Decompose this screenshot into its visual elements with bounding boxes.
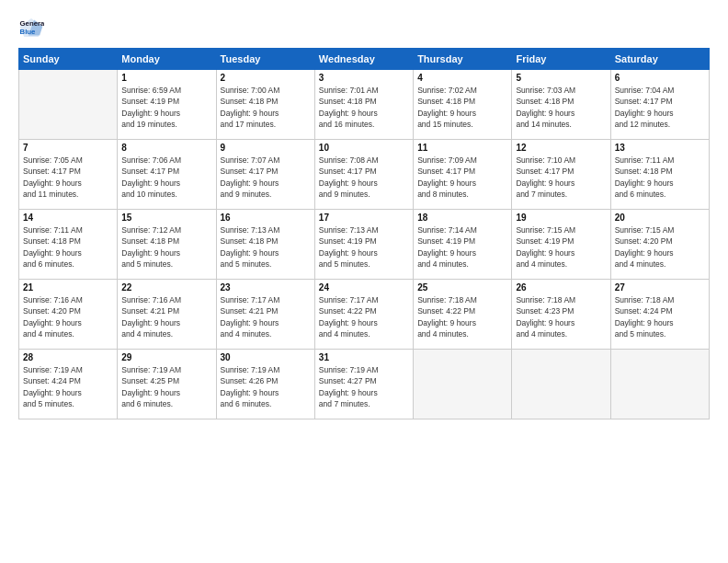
logo: General Blue bbox=[18, 17, 44, 39]
sunset-text: Sunset: 4:18 PM bbox=[417, 96, 507, 107]
day-number: 29 bbox=[121, 352, 211, 362]
day-number: 19 bbox=[516, 213, 606, 223]
sunrise-text: Sunrise: 7:02 AM bbox=[417, 85, 507, 96]
sunset-text: Sunset: 4:22 PM bbox=[417, 305, 507, 316]
cell-3-4: 17Sunrise: 7:13 AMSunset: 4:19 PMDayligh… bbox=[314, 210, 413, 280]
daylight-hours: Daylight: 9 hours bbox=[319, 317, 409, 328]
sunrise-text: Sunrise: 7:19 AM bbox=[23, 364, 113, 375]
day-number: 30 bbox=[221, 352, 311, 362]
daylight-hours: Daylight: 9 hours bbox=[121, 108, 211, 119]
day-number: 27 bbox=[615, 282, 705, 293]
day-number: 1 bbox=[121, 73, 211, 83]
cell-5-1: 28Sunrise: 7:19 AMSunset: 4:24 PMDayligh… bbox=[19, 350, 118, 419]
header: General Blue bbox=[18, 17, 710, 39]
sunset-text: Sunset: 4:19 PM bbox=[121, 96, 211, 107]
week-row-4: 21Sunrise: 7:16 AMSunset: 4:20 PMDayligh… bbox=[19, 280, 710, 350]
daylight-minutes: and 5 minutes. bbox=[221, 259, 311, 270]
daylight-hours: Daylight: 9 hours bbox=[319, 108, 409, 119]
sunrise-text: Sunrise: 7:00 AM bbox=[221, 85, 311, 96]
sunrise-text: Sunrise: 7:18 AM bbox=[516, 294, 606, 305]
cell-4-3: 23Sunrise: 7:17 AMSunset: 4:21 PMDayligh… bbox=[216, 280, 314, 350]
daylight-hours: Daylight: 9 hours bbox=[121, 387, 211, 398]
cell-5-6 bbox=[512, 350, 610, 419]
daylight-minutes: and 4 minutes. bbox=[516, 328, 606, 339]
day-number: 22 bbox=[121, 282, 211, 293]
sunrise-text: Sunrise: 7:17 AM bbox=[319, 294, 409, 305]
cell-1-5: 4Sunrise: 7:02 AMSunset: 4:18 PMDaylight… bbox=[414, 70, 512, 140]
sunrise-text: Sunrise: 7:16 AM bbox=[23, 294, 113, 305]
daylight-minutes: and 5 minutes. bbox=[23, 398, 113, 409]
sunrise-text: Sunrise: 7:13 AM bbox=[319, 224, 409, 236]
daylight-hours: Daylight: 9 hours bbox=[319, 178, 409, 189]
daylight-minutes: and 4 minutes. bbox=[417, 328, 507, 339]
sunset-text: Sunset: 4:21 PM bbox=[121, 305, 211, 316]
sunset-text: Sunset: 4:18 PM bbox=[615, 166, 705, 177]
sunset-text: Sunset: 4:17 PM bbox=[417, 166, 507, 177]
daylight-hours: Daylight: 9 hours bbox=[516, 317, 606, 328]
daylight-minutes: and 4 minutes. bbox=[221, 328, 311, 339]
daylight-minutes: and 6 minutes. bbox=[121, 398, 211, 409]
col-header-wednesday: Wednesday bbox=[314, 49, 413, 70]
daylight-hours: Daylight: 9 hours bbox=[615, 178, 705, 189]
daylight-hours: Daylight: 9 hours bbox=[319, 387, 409, 398]
sunrise-text: Sunrise: 7:18 AM bbox=[417, 294, 507, 305]
cell-3-2: 15Sunrise: 7:12 AMSunset: 4:18 PMDayligh… bbox=[118, 210, 216, 280]
day-number: 26 bbox=[516, 282, 606, 293]
sunset-text: Sunset: 4:23 PM bbox=[516, 305, 606, 316]
sunrise-text: Sunrise: 7:15 AM bbox=[615, 224, 705, 236]
sunset-text: Sunset: 4:17 PM bbox=[121, 166, 211, 177]
daylight-minutes: and 5 minutes. bbox=[615, 328, 705, 339]
daylight-minutes: and 16 minutes. bbox=[319, 119, 409, 130]
cell-5-7 bbox=[610, 350, 709, 419]
cell-1-2: 1Sunrise: 6:59 AMSunset: 4:19 PMDaylight… bbox=[118, 70, 216, 140]
daylight-minutes: and 4 minutes. bbox=[417, 259, 507, 270]
sunset-text: Sunset: 4:20 PM bbox=[23, 305, 113, 316]
sunset-text: Sunset: 4:21 PM bbox=[221, 305, 311, 316]
day-number: 28 bbox=[23, 352, 113, 362]
header-row: SundayMondayTuesdayWednesdayThursdayFrid… bbox=[19, 49, 710, 70]
daylight-minutes: and 14 minutes. bbox=[516, 119, 606, 130]
sunrise-text: Sunrise: 7:19 AM bbox=[221, 364, 311, 375]
sunrise-text: Sunrise: 7:16 AM bbox=[121, 294, 211, 305]
daylight-hours: Daylight: 9 hours bbox=[516, 178, 606, 189]
sunset-text: Sunset: 4:17 PM bbox=[221, 166, 311, 177]
sunrise-text: Sunrise: 7:11 AM bbox=[23, 224, 113, 236]
daylight-minutes: and 5 minutes. bbox=[121, 259, 211, 270]
col-header-monday: Monday bbox=[118, 49, 216, 70]
daylight-minutes: and 4 minutes. bbox=[23, 328, 113, 339]
sunrise-text: Sunrise: 7:19 AM bbox=[319, 364, 409, 375]
sunrise-text: Sunrise: 7:06 AM bbox=[121, 155, 211, 166]
daylight-minutes: and 17 minutes. bbox=[221, 119, 311, 130]
svg-text:General: General bbox=[20, 19, 44, 28]
col-header-thursday: Thursday bbox=[414, 49, 512, 70]
daylight-minutes: and 19 minutes. bbox=[121, 119, 211, 130]
daylight-hours: Daylight: 9 hours bbox=[23, 317, 113, 328]
sunset-text: Sunset: 4:27 PM bbox=[319, 375, 409, 386]
day-number: 9 bbox=[221, 143, 311, 153]
sunset-text: Sunset: 4:17 PM bbox=[319, 166, 409, 177]
daylight-hours: Daylight: 9 hours bbox=[417, 247, 507, 259]
day-number: 2 bbox=[221, 73, 311, 83]
day-number: 12 bbox=[516, 143, 606, 153]
daylight-hours: Daylight: 9 hours bbox=[417, 108, 507, 119]
cell-5-5 bbox=[414, 350, 512, 419]
daylight-hours: Daylight: 9 hours bbox=[615, 247, 705, 259]
daylight-hours: Daylight: 9 hours bbox=[23, 387, 113, 398]
sunset-text: Sunset: 4:17 PM bbox=[615, 96, 705, 107]
sunrise-text: Sunrise: 7:05 AM bbox=[23, 155, 113, 166]
sunrise-text: Sunrise: 7:03 AM bbox=[516, 85, 606, 96]
col-header-tuesday: Tuesday bbox=[216, 49, 314, 70]
cell-3-1: 14Sunrise: 7:11 AMSunset: 4:18 PMDayligh… bbox=[19, 210, 118, 280]
day-number: 8 bbox=[121, 143, 211, 153]
sunrise-text: Sunrise: 7:13 AM bbox=[221, 224, 311, 236]
daylight-minutes: and 4 minutes. bbox=[516, 259, 606, 270]
day-number: 11 bbox=[417, 143, 507, 153]
sunset-text: Sunset: 4:26 PM bbox=[221, 375, 311, 386]
daylight-minutes: and 6 minutes. bbox=[615, 189, 705, 200]
day-number: 5 bbox=[516, 73, 606, 83]
sunrise-text: Sunrise: 7:08 AM bbox=[319, 155, 409, 166]
daylight-minutes: and 11 minutes. bbox=[23, 189, 113, 200]
cell-4-1: 21Sunrise: 7:16 AMSunset: 4:20 PMDayligh… bbox=[19, 280, 118, 350]
cell-5-4: 31Sunrise: 7:19 AMSunset: 4:27 PMDayligh… bbox=[314, 350, 413, 419]
daylight-minutes: and 9 minutes. bbox=[319, 189, 409, 200]
